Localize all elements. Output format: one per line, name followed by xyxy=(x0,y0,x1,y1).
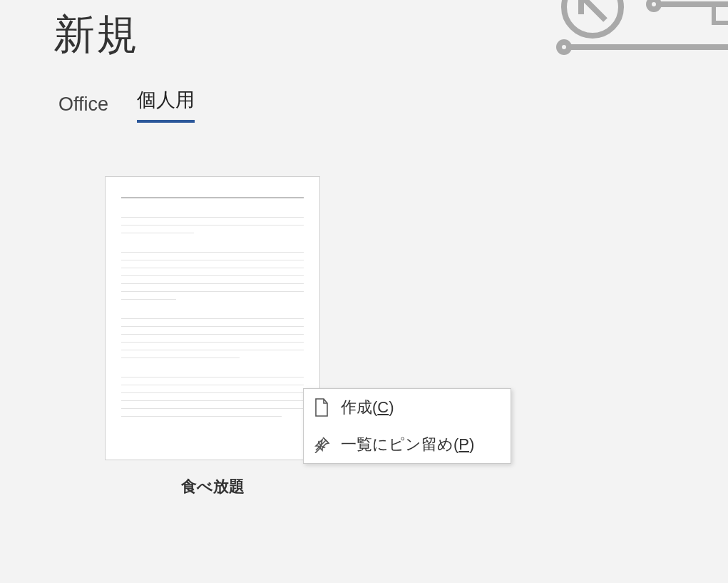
decorative-circuit-graphic xyxy=(550,0,728,71)
page-title: 新規 xyxy=(53,7,139,63)
context-menu: 作成(C) 一覧にピン留め(P) xyxy=(303,388,511,464)
template-thumbnail xyxy=(105,176,320,460)
templates-area: 食べ放題 xyxy=(105,176,320,497)
document-icon xyxy=(312,398,331,417)
tab-personal[interactable]: 個人用 xyxy=(137,87,195,123)
context-menu-create[interactable]: 作成(C) xyxy=(304,389,511,426)
tab-office[interactable]: Office xyxy=(58,93,108,123)
pin-icon xyxy=(312,435,331,454)
template-card-tabehoudai[interactable]: 食べ放題 xyxy=(105,176,320,497)
new-tabs: Office 個人用 xyxy=(58,87,195,123)
svg-point-2 xyxy=(559,42,569,52)
context-menu-pin-label: 一覧にピン留め(P) xyxy=(341,434,474,455)
svg-point-1 xyxy=(649,0,659,9)
svg-point-0 xyxy=(564,0,621,36)
context-menu-create-label: 作成(C) xyxy=(341,397,394,418)
context-menu-pin[interactable]: 一覧にピン留め(P) xyxy=(304,426,511,463)
template-label: 食べ放題 xyxy=(181,476,245,497)
